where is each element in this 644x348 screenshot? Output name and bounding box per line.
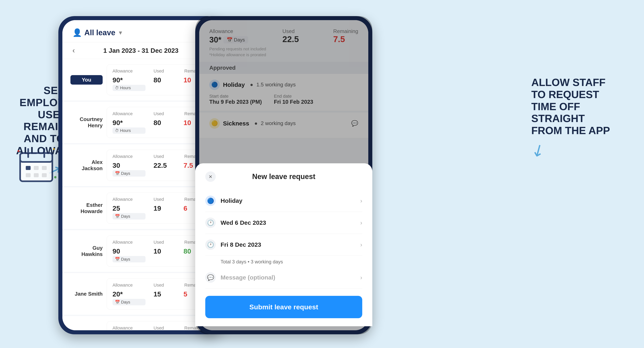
col-label: Allowance: [112, 154, 144, 159]
unit-tag: 📅 Days: [112, 299, 146, 305]
used-value: 19: [154, 204, 176, 212]
allowance-values: 20*📅 Days155: [112, 290, 206, 305]
allowance-number: 30: [112, 162, 146, 169]
used-value: 80: [154, 119, 176, 127]
calendar-doodle-icon: [16, 145, 56, 195]
col-label: Used: [154, 240, 174, 245]
holiday-selector-row[interactable]: 🔵 Holiday ›: [205, 190, 362, 212]
employee-name: Jane Smith: [70, 291, 103, 297]
svg-rect-4: [26, 166, 30, 170]
used-value: 80: [154, 76, 176, 84]
modal-close-button[interactable]: ×: [205, 171, 216, 182]
unit-tag: 📅 Days: [112, 170, 146, 177]
col-label: Used: [154, 69, 174, 74]
unit-tag: ⏱ Hours: [112, 85, 146, 91]
phone2-frame: Allowance 30* 📅 Days Used 22.5 Remaining: [195, 16, 372, 334]
svg-rect-7: [26, 173, 30, 177]
end-date-row-left: 🕐 Fri 8 Dec 2023: [205, 239, 261, 250]
svg-rect-9: [42, 173, 47, 177]
start-date-clock-icon: 🕐: [205, 217, 216, 228]
message-row-chevron: ›: [360, 274, 362, 281]
svg-point-11: [53, 148, 55, 150]
used-value: 15: [154, 290, 176, 298]
message-row[interactable]: 💬 Message (optional) ›: [205, 267, 362, 289]
allowance-values: 90*⏱ Hours8010: [112, 119, 206, 134]
modal-summary-text: Total 3 days • 3 working days: [205, 256, 362, 267]
new-leave-request-modal: × New leave request 🔵 Holiday › 🕐: [199, 163, 368, 326]
employee-name: Guy Hawkins: [70, 245, 103, 257]
message-placeholder: Message (optional): [220, 274, 275, 281]
end-date-row[interactable]: 🕐 Fri 8 Dec 2023 ›: [205, 234, 362, 256]
right-annotation-text: ALLOW STAFF TO REQUEST TIME OFF STRAIGHT…: [531, 77, 632, 137]
unit-tag: 📅 Days: [112, 256, 146, 262]
holiday-row-left: 🔵 Holiday: [205, 196, 242, 206]
svg-rect-1: [20, 153, 52, 162]
dropdown-icon[interactable]: ▾: [119, 30, 122, 36]
modal-overlay: × New leave request 🔵 Holiday › 🕐: [199, 20, 368, 330]
date-range-text: 1 Jan 2023 - 31 Dec 2023: [103, 47, 178, 54]
holiday-row-label: Holiday: [220, 197, 242, 204]
used-value: 10: [154, 247, 176, 255]
start-date-row[interactable]: 🕐 Wed 6 Dec 2023 ›: [205, 212, 362, 234]
allowance-values: 30📅 Days22.57.5: [112, 162, 206, 177]
right-arrow-icon: ↙: [528, 139, 548, 162]
person-icon: 👤: [72, 28, 82, 37]
svg-rect-5: [34, 166, 39, 170]
svg-rect-6: [42, 166, 47, 170]
holiday-row-icon: 🔵: [205, 196, 216, 206]
allowance-number: 20*: [112, 290, 146, 298]
col-label: Allowance: [112, 325, 144, 330]
holiday-row-chevron: ›: [360, 197, 362, 204]
employee-name: You: [70, 75, 103, 85]
allowance-number: 90*: [112, 119, 146, 127]
unit-tag: 📅 Days: [112, 213, 146, 219]
svg-point-12: [54, 176, 56, 178]
col-label: Allowance: [112, 197, 144, 202]
allowance-values: 25📅 Days196: [112, 204, 206, 219]
col-label: Used: [154, 111, 174, 116]
message-row-icon: 💬: [205, 272, 216, 283]
start-date-row-label: Wed 6 Dec 2023: [220, 219, 266, 226]
allowance-values: 90📅 Days1080: [112, 247, 206, 262]
modal-title: New leave request: [252, 172, 315, 181]
end-date-clock-icon: 🕐: [205, 239, 216, 250]
submit-leave-request-button[interactable]: Submit leave request: [205, 296, 362, 318]
allowance-values: 90*⏱ Hours8010: [112, 76, 206, 91]
col-label: Used: [154, 282, 174, 288]
col-label: Allowance: [112, 240, 144, 245]
allowance-number: 90*: [112, 76, 146, 84]
end-date-row-label: Fri 8 Dec 2023: [220, 241, 261, 248]
employee-name: Courtney Henry: [70, 116, 103, 129]
unit-tag: ⏱ Hours: [112, 128, 146, 134]
col-label: Allowance: [112, 111, 144, 116]
employee-name: Esther Howarde: [70, 202, 103, 214]
employee-name: Alex Jackson: [70, 159, 103, 172]
modal-header: × New leave request: [205, 171, 362, 182]
svg-rect-8: [34, 173, 39, 177]
used-value: 22.5: [154, 162, 176, 169]
all-leave-title: 👤 All leave ▾: [72, 28, 122, 37]
col-label: Allowance: [112, 69, 144, 74]
you-badge: You: [70, 75, 103, 85]
col-label: Used: [154, 325, 174, 330]
message-row-left: 💬 Message (optional): [205, 272, 275, 283]
svg-point-10: [18, 150, 20, 152]
phone2-screen: Allowance 30* 📅 Days Used 22.5 Remaining: [199, 20, 368, 330]
allowance-number: 90: [112, 247, 146, 255]
end-date-row-chevron: ›: [360, 241, 362, 248]
right-annotation: ALLOW STAFF TO REQUEST TIME OFF STRAIGHT…: [531, 77, 632, 160]
start-date-row-left: 🕐 Wed 6 Dec 2023: [205, 217, 266, 228]
col-label: Used: [154, 154, 174, 159]
start-date-row-chevron: ›: [360, 219, 362, 226]
prev-date-button[interactable]: ‹: [72, 46, 75, 55]
allowance-number: 25: [112, 204, 146, 212]
col-label: Allowance: [112, 282, 144, 288]
col-label: Used: [154, 197, 174, 202]
